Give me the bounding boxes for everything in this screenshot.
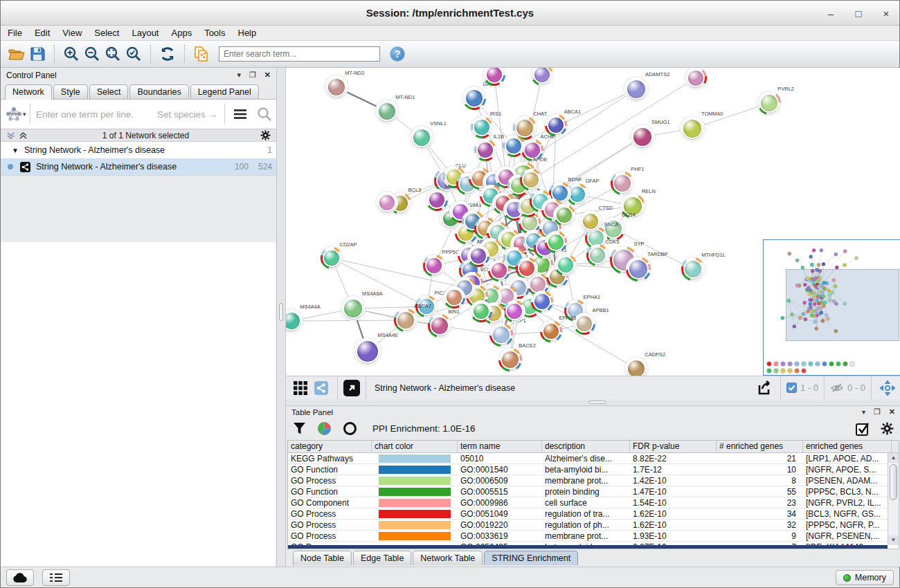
birdseye-view[interactable] — [763, 239, 900, 376]
network-row[interactable]: String Network - Alzheimer's disease 100… — [1, 158, 276, 175]
tree-expander-icon[interactable]: ▼ — [12, 147, 19, 154]
table-row[interactable]: KEGG Pathways05010Alzheimer's dise...8.8… — [288, 453, 888, 464]
network-node-tardbp[interactable]: TARDBP — [626, 257, 651, 282]
network-node[interactable] — [555, 254, 577, 276]
grid-view-icon[interactable] — [290, 378, 311, 398]
expand-all-icon[interactable] — [19, 131, 28, 140]
zoom-in-icon[interactable] — [61, 44, 82, 64]
task-list-button[interactable] — [42, 569, 70, 586]
network-node-mthfd1l[interactable]: MTHFD1L — [681, 257, 705, 281]
network-node-il1b[interactable]: IL1B — [474, 139, 496, 161]
refresh-icon[interactable] — [157, 44, 178, 64]
network-node-epha5[interactable]: EPHA5 — [540, 320, 562, 342]
tab-boundaries[interactable]: Boundaries — [129, 84, 188, 99]
network-node-tomm40[interactable]: TOMM40 — [680, 116, 705, 141]
network-node-ctsd[interactable]: CTSD — [579, 210, 602, 232]
close-button[interactable]: × — [880, 8, 892, 19]
column-header-term-name[interactable]: term name — [458, 441, 542, 452]
menu-help[interactable]: Help — [238, 28, 257, 38]
select-all-checkbox-icon[interactable] — [856, 422, 870, 436]
horizontal-splitter[interactable] — [286, 399, 900, 405]
save-session-button[interactable] — [27, 44, 48, 64]
tab-select[interactable]: Select — [89, 84, 129, 99]
table-row[interactable]: GO ComponentGO:0009986cell surface1.54E-… — [288, 497, 888, 508]
enrichment-chart-icon[interactable] — [317, 421, 332, 436]
tab-network[interactable]: Network — [5, 84, 52, 100]
export-network-icon[interactable] — [754, 378, 775, 398]
tab-legend-panel[interactable]: Legend Panel — [190, 84, 259, 99]
network-node[interactable] — [503, 300, 525, 322]
column-header--enriched-genes[interactable]: # enriched genes — [717, 441, 803, 452]
network-options-gear-icon[interactable] — [260, 130, 271, 140]
network-node-vsnl1[interactable]: VSNL1 — [410, 126, 433, 149]
string-query-input[interactable] — [36, 109, 157, 120]
panel-close-icon[interactable]: ✕ — [264, 71, 271, 80]
menu-apps[interactable]: Apps — [172, 28, 192, 38]
open-session-button[interactable] — [6, 44, 27, 64]
table-tab-network-table[interactable]: Network Table — [413, 551, 483, 565]
scroll-up-icon[interactable]: ▲ — [888, 453, 899, 463]
network-node[interactable] — [520, 169, 542, 191]
table-panel-menu-icon[interactable]: ▾ — [862, 408, 865, 416]
vertical-splitter[interactable] — [277, 68, 286, 567]
query-options-icon[interactable] — [233, 109, 247, 120]
table-settings-gear-icon[interactable] — [881, 422, 894, 435]
network-node-bace2[interactable]: BACE2 — [498, 348, 522, 371]
enrichment-ring-icon[interactable] — [343, 421, 357, 436]
zoom-fit-icon[interactable] — [102, 44, 123, 64]
open-in-window-icon[interactable] — [343, 380, 360, 396]
tab-style[interactable]: Style — [53, 84, 88, 99]
network-node-ppp5c[interactable]: PPP5C — [423, 255, 445, 277]
minimize-button[interactable]: – — [825, 8, 837, 19]
species-selector[interactable]: Set species → — [157, 109, 217, 120]
table-panel-float-icon[interactable]: ❐ — [874, 407, 881, 416]
panel-menu-icon[interactable]: ▾ — [237, 71, 241, 80]
table-row[interactable]: GO FunctionGO:0005515protein binding1.47… — [288, 486, 888, 497]
network-node[interactable] — [545, 231, 567, 253]
maximize-button[interactable]: □ — [852, 8, 865, 19]
string-logo-icon[interactable]: STRING ▾ — [5, 106, 28, 122]
table-tab-node-table[interactable]: Node Table — [293, 551, 352, 565]
network-node[interactable] — [470, 300, 492, 322]
string-share-icon[interactable] — [311, 378, 332, 398]
menu-select[interactable]: Select — [94, 28, 119, 38]
table-row[interactable]: GO ProcessGO:0019220regulation of ph...1… — [288, 520, 888, 531]
network-node[interactable] — [685, 68, 707, 89]
table-row[interactable]: GO FunctionGO:0001540beta-amyloid bi...1… — [288, 464, 888, 475]
network-node-ms4a4e[interactable]: MS4A4E — [354, 338, 381, 365]
splitter-handle[interactable] — [279, 303, 283, 321]
network-node-abca7[interactable]: ABCA7 — [394, 309, 417, 332]
network-node[interactable] — [376, 192, 398, 214]
network-node-mt-nd1[interactable]: MT-ND1 — [375, 100, 399, 123]
zoom-out-icon[interactable] — [82, 44, 102, 64]
menu-view[interactable]: View — [62, 28, 82, 38]
table-tab-edge-table[interactable]: Edge Table — [353, 551, 411, 565]
clone-network-icon[interactable] — [191, 44, 212, 64]
network-node-bin1[interactable]: BIN1 — [428, 314, 451, 338]
table-row[interactable]: GO ProcessGO:0051049regulation of tra...… — [288, 508, 888, 520]
network-node-cdk5[interactable]: CDK5 — [586, 244, 609, 266]
network-node[interactable] — [503, 135, 525, 157]
scrollbar-thumb[interactable] — [890, 464, 897, 500]
network-node-cd2ap[interactable]: CD2AP — [321, 247, 343, 269]
collapse-all-icon[interactable] — [6, 131, 15, 140]
network-node-phf1[interactable]: PHF1 — [611, 172, 634, 195]
column-header-category[interactable]: category — [288, 441, 372, 452]
network-node-cadps2[interactable]: CADPS2 — [624, 357, 648, 376]
network-collection-row[interactable]: ▼ String Network - Alzheimer's disease 1 — [1, 142, 276, 158]
column-header-fdr-p-value[interactable]: FDR p-value — [630, 441, 717, 452]
query-search-icon[interactable] — [257, 107, 272, 122]
menu-file[interactable]: File — [8, 28, 22, 38]
birdseye-toggle-icon[interactable] — [877, 378, 898, 398]
scroll-down-icon[interactable]: ▼ — [888, 535, 899, 545]
table-row[interactable]: GO ProcessGO:0006509membrane prot...1.42… — [288, 475, 888, 486]
hsplitter-handle[interactable] — [588, 401, 606, 404]
table-scrollbar[interactable]: ▲ ▼ — [888, 453, 899, 545]
menu-tools[interactable]: Tools — [204, 28, 225, 38]
network-node[interactable] — [467, 245, 489, 267]
network-node-smug1[interactable]: SMUG1 — [630, 125, 655, 149]
menu-layout[interactable]: Layout — [132, 28, 159, 38]
network-node-ms4a6a[interactable]: MS4A6A — [341, 296, 366, 321]
network-node-gab2[interactable]: GAB2 — [462, 86, 486, 110]
network-node-mme[interactable]: MME — [426, 189, 448, 211]
